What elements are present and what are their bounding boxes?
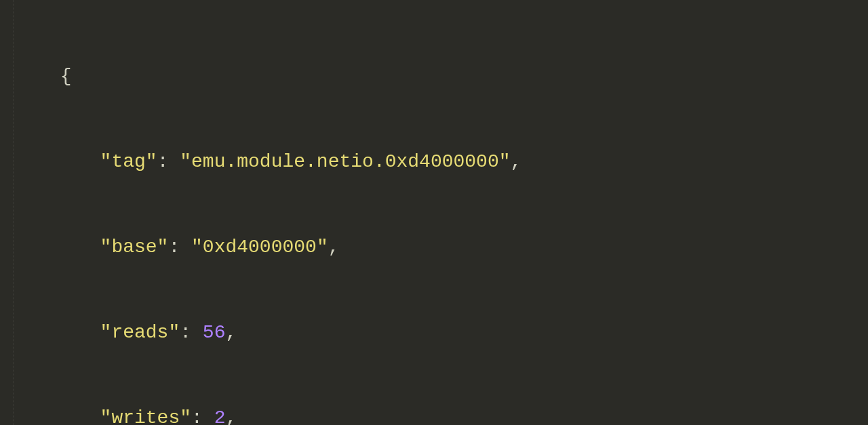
json-property-base: "base": "0xd4000000", [20, 233, 868, 262]
json-open-brace: { [20, 62, 868, 91]
json-property-reads: "reads": 56, [20, 319, 868, 347]
code-editor[interactable]: { "tag": "emu.module.netio.0xd4000000", … [0, 5, 868, 425]
json-property-tag: "tag": "emu.module.netio.0xd4000000", [20, 148, 868, 176]
json-property-writes: "writes": 2, [20, 404, 868, 425]
editor-gutter [0, 0, 14, 425]
